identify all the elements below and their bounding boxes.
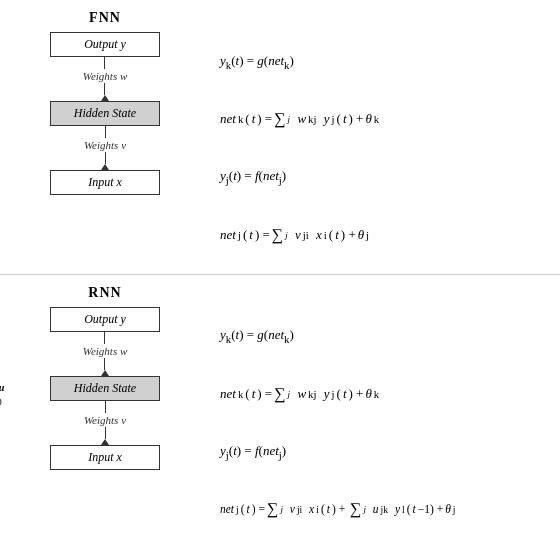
fnn-eq1: yk(t) = g(netk) [220,53,550,71]
fnn-eq3: yj(t) = f(netj) [220,168,550,186]
fnn-arrow-w-line-top [104,57,105,69]
rnn-arrow-v: Weights v [84,401,126,445]
rnn-arrow-v-line-top [105,401,106,413]
rnn-arrow-w-line-top [104,332,105,344]
rnn-eq2: netk(t) = ∑j wkj yj(t) + θk [220,386,550,402]
rnn-weight-w-label: Weights w [83,345,128,357]
fnn-diagram: FNN Output y Weights w Hidden State Weig… [0,10,210,264]
rnn-weight-u-label: Weights u(delayed) [0,381,4,408]
rnn-input-box: Input x [50,445,160,470]
rnn-input-label: Input x [88,450,122,464]
main-container: FNN Output y Weights w Hidden State Weig… [0,0,560,548]
fnn-weight-v-label: Weights v [84,139,126,151]
rnn-equations: yk(t) = g(netk) netk(t) = ∑j wkj yj(t) +… [210,285,560,539]
rnn-diagram: RNN Output y Weights w Hidden State [0,285,210,539]
rnn-hidden-row: Hidden State Weights u(delayed) [50,376,160,401]
rnn-output-label: Output y [84,312,126,326]
rnn-output-box: Output y [50,307,160,332]
fnn-title: FNN [89,10,121,26]
rnn-arrow-v-line-bot [105,427,106,439]
fnn-arrowhead-v [101,164,109,170]
fnn-eq2: netk(t) = ∑j wkj yj(t) + θk [220,111,550,127]
rnn-weight-v-label: Weights v [84,414,126,426]
fnn-arrow-w: Weights w [83,57,128,101]
rnn-eq4: netj(t) = ∑j vji xi(t) + ∑j ujk yl(t−1) … [220,501,550,517]
fnn-input-box: Input x [50,170,160,195]
rnn-eq1: yk(t) = g(netk) [220,327,550,345]
fnn-arrow-w-line-bot [104,83,105,95]
fnn-hidden-box: Hidden State [50,101,160,126]
rnn-title: RNN [88,285,121,301]
fnn-arrow-v-line-top [105,126,106,138]
fnn-hidden-label: Hidden State [74,106,136,120]
rnn-arrow-w: Weights w [83,332,128,376]
fnn-arrow-v-line-bot [105,152,106,164]
fnn-equations: yk(t) = g(netk) netk(t) = ∑j wkj yj(t) +… [210,10,560,264]
rnn-section: RNN Output y Weights w Hidden State [0,275,560,549]
rnn-hidden-label: Hidden State [74,381,136,395]
rnn-hidden-box: Hidden State [50,376,160,401]
rnn-self-loop-svg [0,366,52,426]
fnn-section: FNN Output y Weights w Hidden State Weig… [0,0,560,275]
rnn-eq3: yj(t) = f(netj) [220,443,550,461]
fnn-weight-w-label: Weights w [83,70,128,82]
fnn-arrowhead-w [101,95,109,101]
rnn-arrowhead-v [101,439,109,445]
fnn-arrow-v: Weights v [84,126,126,170]
rnn-arrow-w-line-bot [104,358,105,370]
fnn-output-box: Output y [50,32,160,57]
fnn-eq4: netj(t) = ∑j vji xi(t) + θj [220,227,550,243]
fnn-input-label: Input x [88,175,122,189]
fnn-output-label: Output y [84,37,126,51]
